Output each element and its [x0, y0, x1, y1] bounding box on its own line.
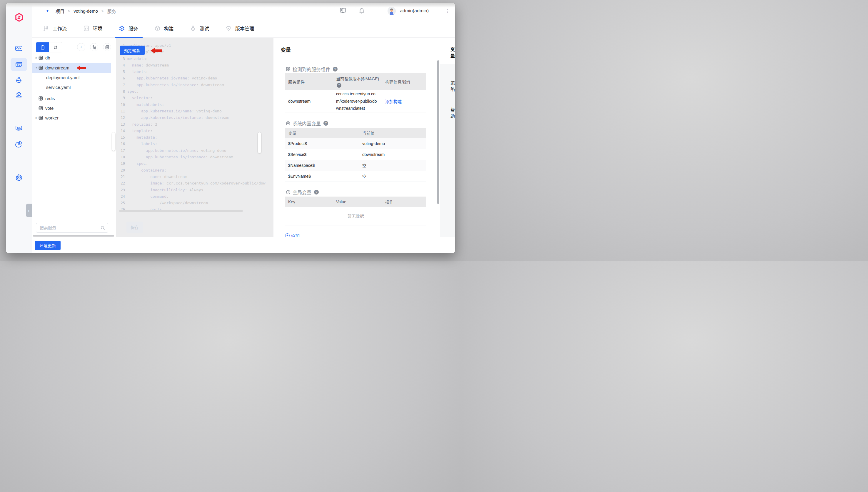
tree-item-redis[interactable]: redis [32, 94, 111, 103]
side-tab-variables[interactable]: 变量 [440, 38, 455, 64]
system-vars-header: 系统内置变量 ? [286, 120, 427, 127]
caret-right-icon[interactable]: ▶ [34, 117, 38, 119]
col-build-action: 构建信息/操作 [382, 79, 426, 85]
code-text: - name: downstream [127, 174, 187, 180]
tab-test[interactable]: 测试 [190, 19, 209, 38]
yaml-editor[interactable]: 1 apiVersion: apps/v1 2 kind: Deployment… [116, 38, 273, 237]
save-button-disabled[interactable]: 保存 [127, 222, 143, 233]
service-cube-icon [38, 106, 43, 110]
tree-item-deployment-yaml[interactable]: deployment.yaml [32, 73, 111, 82]
line-number: 20 [116, 167, 125, 174]
test-flask-icon[interactable] [15, 76, 23, 83]
code-line: 17 app.kubernetes.io/name: voting-demo [116, 147, 273, 154]
tree-item-label: downstream [45, 65, 70, 70]
help-icon[interactable]: ? [323, 121, 328, 126]
username-label[interactable]: admin(admin) [400, 8, 429, 14]
var-value: 空 [359, 163, 369, 168]
annotation-arrow-downstream [76, 66, 86, 70]
dashboard-icon[interactable] [15, 44, 23, 52]
tree-scrollbar-thumb[interactable] [112, 132, 115, 151]
code-text: metadata: [127, 56, 148, 62]
breadcrumb-separator: > [101, 9, 104, 13]
tree-item-db[interactable]: ▶ db [32, 53, 111, 63]
line-number: 12 [116, 115, 125, 121]
code-line: 6 app.kubernetes.io/name: voting-demo [116, 75, 273, 81]
table-header-row: Key Value 操作 [285, 197, 426, 207]
side-tab-policy[interactable]: 策略 [440, 72, 455, 99]
footer-bar: 环境更新 [32, 237, 455, 253]
tab-build[interactable]: 构建 [154, 19, 174, 38]
var-name: $EnvName$ [285, 174, 359, 179]
col-variable: 变量 [285, 130, 359, 136]
tree-item-worker[interactable]: ▶ worker [32, 113, 111, 123]
environment-update-button[interactable]: 环境更新 [35, 241, 60, 250]
search-input[interactable] [40, 225, 101, 230]
list-view-button[interactable] [36, 42, 49, 52]
right-panel-scrollbar-thumb[interactable] [437, 60, 439, 204]
section-title: 全局变量 [293, 189, 311, 196]
editor-horizontal-scrollbar[interactable] [119, 210, 243, 212]
code-text: selector: [127, 95, 153, 101]
caret-down-icon[interactable]: ▼ [34, 67, 38, 69]
code-line: 19 spec: [116, 161, 273, 167]
global-vars-table: Key Value 操作 暂无数据 [285, 197, 426, 225]
line-number: 13 [116, 121, 125, 128]
docs-icon[interactable] [339, 8, 346, 14]
tab-environment[interactable]: 环境 [83, 19, 102, 38]
sort-view-button[interactable] [49, 42, 62, 52]
delivery-icon[interactable] [15, 91, 23, 99]
tree-item-downstream[interactable]: ▼ downstream [32, 63, 111, 73]
code-line: 10 matchLabels: [116, 101, 273, 108]
projects-icon[interactable]: PM [15, 60, 23, 68]
code-text: spec: [127, 88, 139, 95]
detected-components-table: 服务组件 当前镜像版本($IMAGE) ? 构建信息/操作 downstream… [285, 73, 426, 113]
code-line: 9 selector: [116, 95, 273, 101]
service-orchestration-button[interactable] [90, 43, 98, 51]
code-text: labels: [127, 141, 157, 147]
header-kebab-menu-icon[interactable]: ⋮ [445, 8, 449, 14]
var-value: downstream [359, 152, 388, 157]
tab-services[interactable]: 服务 [119, 19, 138, 38]
editor-scrollbar-thumb[interactable] [258, 132, 261, 153]
tab-workflow[interactable]: 工作流 [43, 19, 67, 38]
zadig-logo[interactable] [15, 13, 24, 23]
side-tab-help[interactable]: 帮助 [440, 99, 455, 126]
code-text: matchLabels: [127, 101, 164, 108]
help-icon[interactable]: ? [337, 83, 341, 88]
insight-pie-icon[interactable] [15, 140, 23, 148]
project-dropdown-caret[interactable]: ▼ [46, 9, 49, 13]
tab-release[interactable]: 版本管理 [226, 19, 254, 38]
help-icon[interactable]: ? [333, 67, 338, 72]
preview-edit-button[interactable]: 预览/编辑 [120, 46, 144, 55]
breadcrumb-project-name[interactable]: voting-demo [74, 8, 98, 14]
settings-gear-icon[interactable] [15, 174, 23, 181]
tree-horizontal-scrollbar[interactable] [33, 235, 114, 237]
help-icon[interactable]: ? [314, 190, 319, 195]
caret-right-icon[interactable]: ▶ [34, 56, 38, 59]
sidebar-collapse-handle[interactable]: › [26, 204, 32, 217]
code-line: 12 app.kubernetes.io/instance: downstrea… [116, 115, 273, 121]
breadcrumb: 项目 > voting-demo > 服务 [56, 8, 116, 14]
tree-item-vote[interactable]: vote [32, 103, 111, 113]
line-number: 3 [116, 56, 125, 62]
notifications-bell-icon[interactable] [358, 8, 365, 14]
tree-item-label: worker [45, 115, 58, 120]
line-number: 9 [116, 95, 125, 101]
add-service-button[interactable]: + [77, 43, 85, 51]
build-icon [154, 25, 161, 31]
tab-label: 测试 [200, 25, 209, 32]
code-text: replicas: 2 [127, 121, 157, 128]
line-number: 22 [116, 180, 125, 187]
tree-item-service-yaml[interactable]: service.yaml [32, 82, 111, 92]
code-text: name: downstream [127, 62, 169, 69]
components-grid-icon [286, 67, 290, 72]
variables-panel: 变量 检测到的服务组件 ? 服务组件 当前镜像版本($IMAGE) ? 构建信息… [281, 38, 427, 239]
service-search [36, 223, 108, 233]
breadcrumb-projects[interactable]: 项目 [56, 8, 64, 14]
user-avatar[interactable] [388, 7, 396, 15]
var-value: voting-demo [359, 141, 388, 146]
host-monitor-icon[interactable] [15, 124, 23, 132]
template-library-button[interactable] [103, 43, 111, 51]
code-text: app.kubernetes.io/instance: downstream [127, 154, 233, 161]
add-build-link[interactable]: 添加构建 [385, 99, 402, 104]
